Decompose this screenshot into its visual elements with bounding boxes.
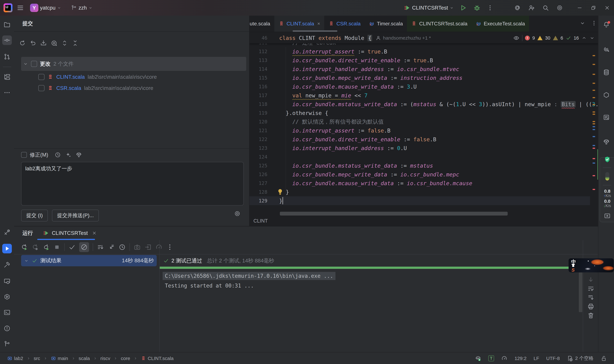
code-line-122[interactable]: 122 io.csr_bundle.direct_write_enable :=… [250, 135, 598, 144]
code-line-114[interactable]: 114 io.interrupt_handler_address := io.c… [250, 65, 598, 73]
rerun-failed-icon[interactable] [31, 244, 39, 251]
code-line-129[interactable]: 129} [250, 196, 598, 205]
commit-and-push-button[interactable]: 提交并推送(P)... [52, 210, 99, 221]
print-icon[interactable] [587, 303, 594, 310]
problems-tool-icon[interactable] [3, 325, 11, 332]
rerun-icon[interactable] [21, 244, 28, 251]
coverage-icon[interactable] [155, 244, 163, 251]
code-line-119[interactable]: 119 }.otherwise { [250, 109, 598, 117]
minimize-button[interactable] [573, 0, 586, 16]
ai-generate-message-icon[interactable] [65, 152, 71, 158]
editor-tab-timer-scala[interactable]: Timer.scala [365, 16, 407, 32]
line-number[interactable]: 119 [250, 110, 267, 116]
services-tool-icon[interactable] [3, 278, 11, 285]
code-with-me-icon[interactable] [528, 4, 535, 11]
stripe-mark[interactable] [593, 55, 595, 56]
stripe-mark[interactable] [593, 189, 595, 190]
vcs-branch-widget[interactable]: zzh [68, 3, 95, 13]
editor-tab-csr-scala[interactable]: CSR.scala [324, 16, 365, 32]
editor-hscrollbar-thumb[interactable] [280, 212, 508, 216]
search-everywhere-icon[interactable] [542, 4, 549, 11]
breadcrumb-item[interactable]: riscv [100, 356, 110, 361]
project-tool-icon[interactable] [3, 21, 11, 28]
view-options-icon[interactable] [51, 39, 57, 47]
editor-tab-executetest-scala[interactable]: ExecuteTest.scala [472, 16, 529, 32]
stripe-mark[interactable] [593, 64, 595, 65]
pull-requests-tool-icon[interactable] [3, 53, 11, 60]
line-number[interactable]: 128 [250, 189, 267, 195]
code-line-112[interactable]: 112 io.interrupt_assert := true.B [250, 47, 598, 56]
stripe-mark[interactable] [593, 129, 595, 130]
code-line-117[interactable]: 117 val new_mpie = mie << 7 [250, 91, 598, 100]
breadcrumb-item[interactable]: src [34, 356, 40, 361]
line-number[interactable]: 127 [250, 180, 267, 186]
code-line-121[interactable]: 121 io.interrupt_assert := false.B [250, 126, 598, 135]
stripe-mark[interactable] [593, 126, 595, 127]
inspections-widget[interactable]: ! 9 30 6 16 [513, 34, 595, 42]
breadcrumb-item[interactable]: lab2 [7, 356, 23, 361]
code-line-125[interactable]: 125 io.csr_bundle.mstatus_write_data := … [250, 161, 598, 170]
stripe-mark[interactable] [593, 175, 595, 176]
stripe-mark[interactable] [593, 90, 595, 91]
code-line-127[interactable]: 127 io.csr_bundle.mcause_write_data := i… [250, 179, 598, 188]
inspection-shield-icon[interactable] [604, 156, 611, 163]
line-number[interactable]: 118 [250, 101, 267, 107]
stripe-mark[interactable] [593, 148, 595, 149]
code-line-113[interactable]: 113 io.csr_bundle.direct_write_enable :=… [250, 56, 598, 65]
code-line-128[interactable]: 128 } [250, 188, 598, 196]
line-ending[interactable]: LF [534, 356, 539, 361]
more-run-options-icon[interactable] [487, 4, 493, 11]
line-number[interactable]: 117 [250, 93, 267, 98]
line-number[interactable]: 125 [250, 163, 267, 169]
sort-by-duration-icon[interactable] [97, 244, 104, 251]
translation-plugin-badge[interactable]: T [488, 355, 494, 361]
line-number[interactable]: 126 [250, 172, 267, 177]
intellij-logo-icon[interactable]: IJ [3, 3, 13, 12]
run-dashboard-icon[interactable] [3, 293, 11, 300]
commit-options-gear-icon[interactable] [234, 210, 241, 217]
build-tool-icon[interactable] [3, 261, 11, 268]
line-number[interactable]: 121 [250, 128, 267, 133]
changed-file-row[interactable]: CLINT.scalalab2\src\main\scala\riscv\cor… [38, 72, 157, 82]
stripe-mark[interactable] [593, 111, 595, 113]
code-viewport[interactable]: 111 // 处理 ebreak112 io.interrupt_assert … [250, 38, 598, 205]
stop-icon[interactable] [53, 244, 61, 251]
changes-row[interactable]: 更改 2 个文件 [21, 57, 246, 71]
tab-scrollbar-thumb[interactable] [293, 30, 337, 32]
close-tab-icon[interactable]: × [317, 21, 320, 26]
line-number[interactable]: 113 [250, 57, 267, 63]
amend-checkbox[interactable] [21, 152, 27, 158]
main-menu-icon[interactable] [17, 4, 24, 12]
stripe-mark[interactable] [593, 163, 595, 164]
ime-skin-icon[interactable] [571, 263, 576, 268]
breadcrumb-item[interactable]: CLINT.scala [141, 356, 174, 361]
changed-file-row[interactable]: CSR.scalalab2\src\main\scala\riscv\core [38, 83, 153, 93]
run-tab[interactable]: CLINTCSRTest [43, 230, 97, 236]
memory-indicator-icon[interactable] [501, 355, 507, 362]
line-number[interactable]: 112 [250, 49, 267, 54]
stripe-mark[interactable] [593, 114, 595, 115]
copilot-status-icon[interactable] [475, 355, 481, 362]
highlighting-eye-icon[interactable] [513, 35, 519, 41]
editor-tab-clint-scala[interactable]: CLINT.scala× [274, 16, 324, 32]
shelve-icon[interactable] [40, 39, 47, 47]
editor-tab-clintcsrtest-scala[interactable]: CLINTCSRTest.scala [407, 16, 472, 32]
ai-chat-icon[interactable] [603, 46, 610, 53]
intention-bulb-icon[interactable] [277, 188, 284, 195]
dependencies-tool-icon[interactable] [603, 91, 610, 99]
soft-wrap-icon[interactable] [587, 285, 594, 292]
chevron-down-icon[interactable] [24, 258, 29, 263]
test-results-row[interactable]: 测试结果 14秒 884毫秒 [21, 255, 157, 266]
snapshot-icon[interactable] [134, 244, 141, 251]
run-configuration-widget[interactable]: CLINTCSRTest [401, 3, 456, 13]
scroll-down-icon[interactable] [587, 276, 594, 283]
code-line-120[interactable]: 120 // 默认情况，所有信号都设为默认值 [250, 117, 598, 126]
file-checkbox[interactable] [38, 85, 44, 91]
more-options-icon[interactable] [166, 244, 173, 251]
build-tools-icon[interactable] [3, 229, 11, 236]
import-test-results-icon[interactable] [108, 244, 115, 251]
refresh-icon[interactable] [19, 39, 26, 47]
line-number[interactable]: 114 [250, 66, 267, 72]
test-history-icon[interactable] [118, 244, 126, 251]
git-tool-icon[interactable] [3, 340, 11, 348]
